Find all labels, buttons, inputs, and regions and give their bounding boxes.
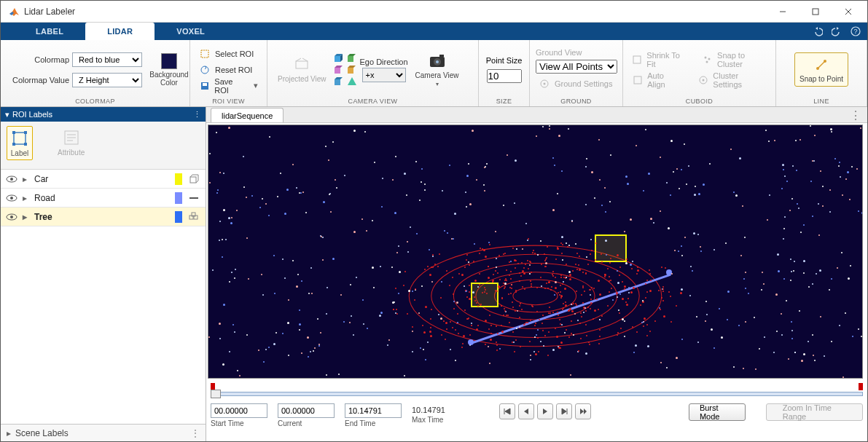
svg-point-20: [436, 60, 439, 63]
colormap-select[interactable]: Red to blue: [72, 52, 142, 67]
ribbon-group-size: Point Size SIZE: [479, 40, 530, 106]
window-title: Lidar Labeler: [24, 7, 766, 17]
snap-to-point-button[interactable]: Snap to Point: [794, 52, 848, 87]
ground-settings-button[interactable]: Ground Settings: [536, 76, 617, 91]
cube-icon[interactable]: [334, 53, 344, 63]
current-time-input[interactable]: [278, 403, 335, 418]
ribbon-group-colormap: Colormap Red to blue Colormap Value Z He…: [1, 40, 190, 106]
maximize-button[interactable]: [799, 1, 832, 22]
shrink-to-fit-button[interactable]: Shrink To Fit: [629, 52, 689, 67]
step-back-button[interactable]: [518, 403, 534, 419]
step-forward-button[interactable]: [556, 403, 572, 419]
group-title-line: LINE: [782, 96, 861, 106]
label-name: Car: [34, 174, 171, 184]
max-time-label: Max Time: [412, 416, 445, 424]
svg-point-55: [494, 280, 576, 312]
end-time-input[interactable]: [345, 403, 402, 418]
play-button[interactable]: [537, 403, 553, 419]
svg-line-12: [302, 58, 308, 61]
panel-menu-icon[interactable]: ⋮: [191, 428, 200, 438]
timeline-thumb[interactable]: [211, 390, 221, 398]
prism-icon[interactable]: [347, 53, 357, 63]
point-cloud-canvas[interactable]: [208, 125, 863, 379]
minimize-button[interactable]: [766, 1, 799, 22]
eye-icon[interactable]: [5, 175, 18, 183]
burst-mode-button[interactable]: Burst Mode: [689, 403, 746, 421]
point-size-input[interactable]: [487, 69, 522, 83]
timeline-track[interactable]: [211, 392, 863, 396]
roi-labels-header[interactable]: ▾ ROI Labels ⋮: [1, 107, 206, 122]
cuboid-icon: [187, 173, 201, 185]
voxel-icon: [187, 211, 201, 223]
camera-view-button[interactable]: Camera View▾: [411, 50, 464, 90]
svg-point-25: [704, 56, 706, 58]
svg-rect-10: [296, 61, 308, 68]
tab-voxel[interactable]: VOXEL: [155, 23, 227, 40]
attribute-tool[interactable]: Attribute: [55, 126, 87, 159]
road-line-annotation[interactable]: [471, 274, 671, 344]
reset-roi-button[interactable]: Reset ROI: [196, 63, 261, 77]
scene-labels-bar[interactable]: ▸ Scene Labels ⋮: [1, 424, 206, 441]
select-roi-button[interactable]: Select ROI: [196, 47, 261, 61]
svg-rect-45: [190, 177, 196, 183]
auto-align-checkbox[interactable]: Auto Align: [629, 73, 684, 87]
redo-button[interactable]: [829, 24, 844, 39]
svg-rect-15: [335, 68, 340, 74]
label-row-road[interactable]: ▸ Road: [1, 189, 206, 208]
pointcloud-decor: [208, 125, 862, 378]
pyramid-icon[interactable]: [347, 76, 357, 87]
ribbon-group-line: Snap to Point LINE: [776, 40, 867, 106]
start-time-input[interactable]: [211, 403, 267, 418]
tab-label[interactable]: LABEL: [14, 23, 85, 40]
line-endpoint[interactable]: [666, 269, 672, 275]
view-tab-lidarsequence[interactable]: lidarSequence: [211, 108, 284, 122]
ground-view-label: Ground View: [536, 48, 617, 57]
line-endpoint[interactable]: [468, 339, 474, 345]
car-cuboid-annotation[interactable]: [471, 283, 498, 307]
help-button[interactable]: ?: [848, 24, 863, 39]
timeline[interactable]: [211, 382, 863, 403]
point-size-label: Point Size: [486, 56, 523, 65]
tab-lidar[interactable]: LIDAR: [85, 23, 155, 40]
timeline-range-end[interactable]: [859, 383, 863, 390]
cluster-settings-button[interactable]: Cluster Settings: [695, 73, 770, 87]
svg-point-50: [10, 216, 13, 218]
ego-direction-select[interactable]: +x: [362, 68, 406, 82]
car-cuboid-annotation[interactable]: [595, 234, 627, 262]
cube2-icon[interactable]: [334, 65, 344, 75]
svg-rect-6: [201, 50, 208, 58]
label-tool[interactable]: Label: [7, 126, 33, 160]
save-roi-button[interactable]: Save ROI▾: [196, 79, 261, 93]
svg-line-11: [296, 58, 301, 61]
ground-view-select[interactable]: View All Points: [536, 60, 617, 74]
undo-button[interactable]: [810, 24, 825, 39]
snap-to-cluster-button[interactable]: Snap to Cluster: [700, 52, 770, 67]
eye-icon[interactable]: [5, 194, 18, 202]
label-row-car[interactable]: ▸ Car: [1, 170, 206, 189]
svg-rect-24: [633, 56, 641, 63]
expand-icon[interactable]: ▸: [23, 174, 30, 184]
main-view: lidarSequence ⋮: [206, 107, 867, 441]
close-button[interactable]: [832, 1, 864, 22]
label-row-tree[interactable]: ▸ Tree: [1, 208, 206, 226]
roi-labels-title: ROI Labels: [12, 110, 52, 119]
panel-menu-icon[interactable]: ⋮: [193, 110, 201, 119]
view-menu-icon[interactable]: ⋮: [850, 108, 861, 122]
expand-icon[interactable]: ▸: [23, 212, 30, 222]
cube3-icon[interactable]: [347, 65, 357, 75]
background-color-button[interactable]: Background Color: [149, 50, 189, 90]
eye-icon[interactable]: [5, 213, 18, 221]
cube4-icon[interactable]: [334, 76, 344, 87]
zoom-time-range-button[interactable]: Zoom In Time Range: [766, 403, 863, 421]
collapse-icon: ▾: [5, 110, 9, 119]
projected-view-button[interactable]: Projected View: [273, 53, 331, 86]
expand-icon[interactable]: ▸: [23, 193, 30, 203]
goto-start-button[interactable]: [499, 403, 515, 419]
svg-point-26: [708, 58, 710, 60]
colormap-value-select[interactable]: Z Height: [72, 73, 142, 87]
svg-rect-1: [813, 9, 818, 15]
colormap-value-label: Colormap Value: [7, 76, 69, 84]
ribbon: Colormap Red to blue Colormap Value Z He…: [1, 40, 867, 107]
svg-rect-21: [439, 55, 444, 57]
goto-end-button[interactable]: [575, 403, 591, 419]
